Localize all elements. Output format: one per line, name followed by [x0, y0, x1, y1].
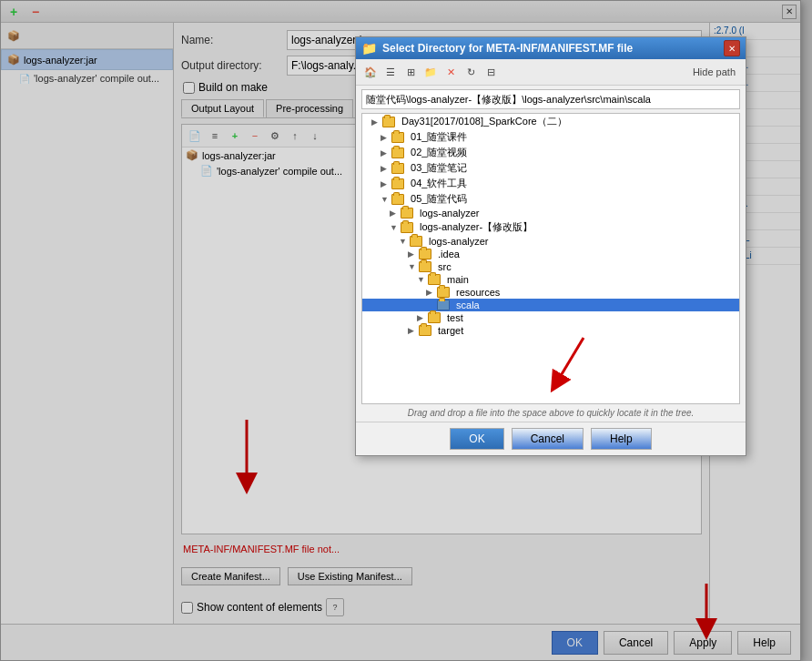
dtree-item-3[interactable]: ▶ 03_随堂笔记	[362, 160, 739, 176]
dialog-hint: Drag and drop a file into the space abov…	[356, 404, 746, 422]
select-directory-dialog: 📁 Select Directory for META-INF/MANIFEST…	[355, 36, 746, 456]
dtree-item-4[interactable]: ▶ 04_软件工具	[362, 176, 739, 191]
dialog-new-folder-btn[interactable]: 📁	[421, 63, 440, 81]
dtree-label-10: src	[438, 261, 452, 272]
dtree-item-13[interactable]: scala	[362, 299, 739, 311]
path-text: 随堂代码\logs-analyzer-【修改版】\logs-analyzer\s…	[366, 93, 651, 107]
dtree-label-1: 01_随堂课件	[411, 130, 467, 144]
arrow-icon-12: ▶	[426, 288, 435, 297]
folder-icon-14	[428, 312, 441, 323]
arrow-icon-1: ▶	[381, 133, 390, 142]
arrow-icon-15: ▶	[408, 326, 417, 335]
dtree-item-10[interactable]: ▼ src	[362, 260, 739, 273]
dtree-label-12: resources	[456, 287, 500, 298]
dialog-close-btn[interactable]: ✕	[724, 40, 740, 56]
dialog-help-btn[interactable]: Help	[591, 428, 652, 450]
dialog-grid-btn[interactable]: ⊞	[401, 63, 420, 81]
path-bar[interactable]: 随堂代码\logs-analyzer-【修改版】\logs-analyzer\s…	[361, 89, 740, 109]
dialog-titlebar: 📁 Select Directory for META-INF/MANIFEST…	[356, 37, 746, 59]
dialog-ok-btn[interactable]: OK	[450, 428, 503, 450]
folder-icon-1	[391, 132, 404, 143]
dialog-title-left: 📁 Select Directory for META-INF/MANIFEST…	[361, 41, 633, 56]
arrow-icon-0: ▶	[371, 117, 381, 127]
dtree-item-6[interactable]: ▶ logs-analyzer	[362, 207, 739, 219]
dtree-label-14: test	[447, 312, 463, 323]
folder-icon-10	[419, 261, 431, 272]
folder-icon-9	[419, 249, 431, 259]
dtree-label-3: 03_随堂笔记	[411, 161, 467, 175]
dialog-title: Select Directory for META-INF/MANIFEST.M…	[382, 42, 633, 55]
dialog-tree: ▶ Day31[2017/0108]_SparkCore（二） ▶ 01_随堂课…	[361, 113, 740, 404]
dtree-item-9[interactable]: ▶ .idea	[362, 248, 739, 260]
dialog-list-btn[interactable]: ☰	[381, 63, 400, 81]
dtree-label-0: Day31[2017/0108]_SparkCore（二）	[401, 115, 567, 128]
dtree-item-2[interactable]: ▶ 02_随堂视频	[362, 145, 739, 160]
arrow-icon-11: ▼	[417, 275, 426, 284]
folder-icon-5	[391, 194, 404, 205]
dtree-item-12[interactable]: ▶ resources	[362, 286, 739, 299]
dialog-delete-btn[interactable]: ✕	[442, 63, 460, 81]
dialog-refresh-btn[interactable]: ↻	[462, 63, 480, 81]
dialog-icon: 📁	[361, 41, 377, 56]
dtree-item-0[interactable]: ▶ Day31[2017/0108]_SparkCore（二）	[362, 114, 739, 129]
folder-icon-0	[382, 117, 395, 127]
dtree-label-13: scala	[456, 300, 480, 310]
arrow-icon-5: ▼	[381, 195, 390, 204]
arrow-icon-2: ▶	[381, 148, 390, 158]
folder-icon-3	[391, 163, 404, 174]
dtree-label-2: 02_随堂视频	[411, 146, 467, 159]
hide-path-btn[interactable]: Hide path	[688, 63, 740, 81]
dtree-item-15[interactable]: ▶ target	[362, 324, 739, 337]
dtree-item-7[interactable]: ▼ logs-analyzer-【修改版】	[362, 219, 739, 235]
folder-icon-15	[419, 325, 431, 336]
dtree-item-14[interactable]: ▶ test	[362, 311, 739, 324]
folder-icon-8	[410, 236, 422, 247]
dtree-item-8[interactable]: ▼ logs-analyzer	[362, 235, 739, 248]
folder-icon-13	[437, 300, 450, 310]
dtree-label-7: logs-analyzer-【修改版】	[420, 220, 533, 234]
dialog-footer: OK Cancel Help	[356, 422, 746, 455]
dialog-collapse-btn[interactable]: ⊟	[482, 63, 500, 81]
folder-icon-7	[401, 222, 413, 233]
arrow-icon-7: ▼	[390, 223, 399, 232]
folder-icon-12	[437, 287, 450, 298]
dialog-toolbar-left: 🏠 ☰ ⊞ 📁 ✕ ↻ ⊟	[361, 63, 500, 81]
arrow-icon-4: ▶	[381, 179, 390, 188]
dtree-label-15: target	[438, 325, 463, 336]
dtree-label-8: logs-analyzer	[429, 236, 488, 247]
dialog-cancel-btn[interactable]: Cancel	[512, 428, 584, 450]
folder-icon-2	[391, 147, 404, 158]
folder-icon-11	[428, 274, 441, 285]
dtree-item-11[interactable]: ▼ main	[362, 273, 739, 286]
dtree-item-1[interactable]: ▶ 01_随堂课件	[362, 129, 739, 145]
arrow-icon-6: ▶	[390, 208, 399, 218]
dialog-home-btn[interactable]: 🏠	[361, 63, 380, 81]
folder-icon-6	[401, 208, 413, 219]
dialog-overlay: 📁 Select Directory for META-INF/MANIFEST…	[0, 0, 812, 661]
folder-icon-4	[391, 178, 404, 189]
dtree-label-5: 05_随堂代码	[411, 192, 467, 206]
arrow-icon-10: ▼	[408, 262, 417, 271]
arrow-icon-9: ▶	[408, 249, 417, 259]
arrow-icon-14: ▶	[417, 313, 426, 322]
dialog-toolbar: 🏠 ☰ ⊞ 📁 ✕ ↻ ⊟ Hide path	[356, 59, 746, 86]
arrow-icon-8: ▼	[399, 237, 408, 246]
dtree-label-4: 04_软件工具	[411, 177, 467, 190]
dtree-item-5[interactable]: ▼ 05_随堂代码	[362, 191, 739, 207]
arrow-icon-3: ▶	[381, 164, 390, 173]
dtree-label-9: .idea	[438, 249, 460, 259]
dtree-label-6: logs-analyzer	[420, 208, 479, 219]
dtree-label-11: main	[447, 274, 469, 285]
